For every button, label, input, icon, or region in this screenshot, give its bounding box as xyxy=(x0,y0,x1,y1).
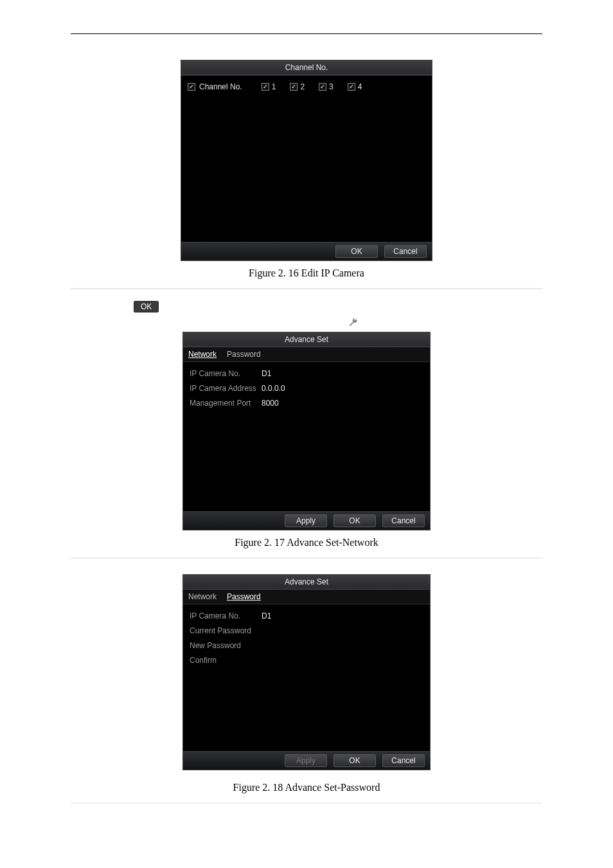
ip-camera-no-value: D1 xyxy=(262,611,271,620)
dialog-body: Channel No. 1 2 3 4 xyxy=(181,75,432,242)
tab-network[interactable]: Network xyxy=(188,592,217,602)
cancel-button[interactable]: Cancel xyxy=(382,514,425,527)
dialog-footer: OK Cancel xyxy=(181,242,432,260)
dialog-title: Advance Set xyxy=(183,575,430,590)
tab-network[interactable]: Network xyxy=(188,350,217,360)
dialog-title: Channel No. xyxy=(181,60,432,75)
current-password-label: Current Password xyxy=(190,626,262,635)
dialog-body: IP Camera No.D1 IP Camera Address0.0.0.0… xyxy=(183,362,430,511)
new-password-label: New Password xyxy=(190,641,262,650)
section-rule xyxy=(71,288,542,289)
figure-caption: Figure 2. 18 Advance Set-Password xyxy=(71,782,542,793)
advance-set-password-dialog: Advance Set Network Password IP Camera N… xyxy=(182,574,431,770)
ip-camera-no-label: IP Camera No. xyxy=(190,611,262,620)
tab-bar: Network Password xyxy=(183,347,430,362)
page-header-rule xyxy=(71,33,542,34)
inline-ok-row: OK xyxy=(71,301,542,312)
ip-camera-no-value: D1 xyxy=(262,369,271,378)
ip-camera-address-label: IP Camera Address xyxy=(190,384,262,393)
channel-1-checkbox[interactable] xyxy=(262,83,269,91)
channel-2-checkbox[interactable] xyxy=(290,83,298,91)
section-rule xyxy=(71,802,542,804)
ip-camera-no-label: IP Camera No. xyxy=(190,369,262,378)
figure-caption: Figure 2. 16 Edit IP Camera xyxy=(71,267,542,279)
figure-caption: Figure 2. 17 Advance Set-Network xyxy=(71,537,542,548)
tab-password[interactable]: Password xyxy=(227,350,261,360)
channel-master-checkbox[interactable] xyxy=(188,83,195,91)
tab-bar: Network Password xyxy=(183,590,430,604)
channel-row: Channel No. 1 2 3 4 xyxy=(188,82,425,91)
advance-set-network-dialog: Advance Set Network Password IP Camera N… xyxy=(182,332,431,530)
management-port-value[interactable]: 8000 xyxy=(262,399,279,408)
channel-4-checkbox[interactable] xyxy=(348,83,355,91)
ok-button[interactable]: OK xyxy=(335,245,378,258)
dialog-footer: Apply OK Cancel xyxy=(183,751,430,770)
channel-3-checkbox[interactable] xyxy=(319,83,326,91)
section-rule xyxy=(71,557,542,559)
apply-button[interactable]: Apply xyxy=(285,514,327,527)
ok-inline-pill: OK xyxy=(134,301,159,312)
ip-camera-address-value[interactable]: 0.0.0.0 xyxy=(262,384,285,393)
channel-4-label: 4 xyxy=(358,82,362,91)
cancel-button[interactable]: Cancel xyxy=(382,754,425,767)
apply-button[interactable]: Apply xyxy=(285,754,327,767)
channel-2-label: 2 xyxy=(300,82,305,91)
wrench-icon xyxy=(347,318,359,328)
tab-password[interactable]: Password xyxy=(227,592,261,602)
channel-no-dialog: Channel No. Channel No. 1 2 3 4 OK Cance… xyxy=(181,60,432,261)
channel-3-label: 3 xyxy=(329,82,333,91)
channel-1-label: 1 xyxy=(272,82,276,91)
dialog-footer: Apply OK Cancel xyxy=(183,511,430,530)
dialog-body: IP Camera No.D1 Current Password New Pas… xyxy=(183,604,430,751)
dialog-title: Advance Set xyxy=(183,332,430,347)
ok-button[interactable]: OK xyxy=(333,514,376,527)
cancel-button[interactable]: Cancel xyxy=(384,245,427,258)
ok-button[interactable]: OK xyxy=(333,754,376,767)
confirm-label: Confirm xyxy=(190,656,262,665)
channel-row-label: Channel No. xyxy=(199,82,242,91)
management-port-label: Management Port xyxy=(190,399,262,408)
